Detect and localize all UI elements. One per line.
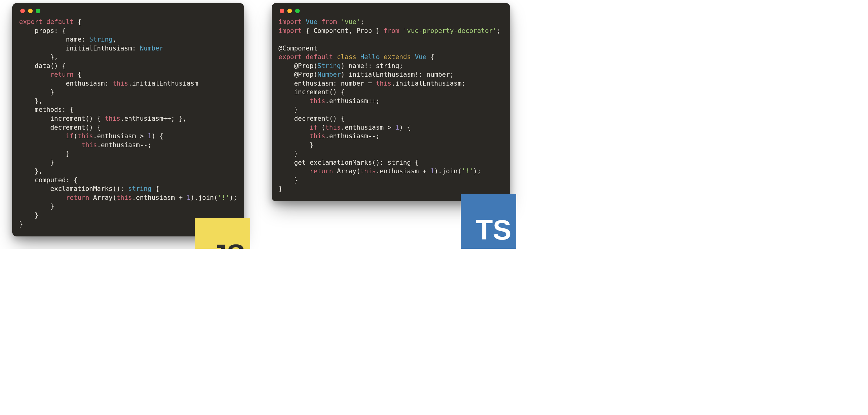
code-token: }	[19, 202, 54, 210]
code-token: default	[306, 53, 333, 61]
code-token: 1	[395, 124, 399, 131]
code-token: 1	[430, 167, 434, 175]
zoom-icon[interactable]	[295, 9, 300, 13]
code-token: import	[278, 27, 302, 34]
code-token: { Component, Prop }	[302, 27, 384, 34]
code-token: }	[19, 150, 70, 157]
code-token: return	[50, 71, 73, 78]
code-block-js: export default { props: { name: String, …	[19, 18, 237, 228]
code-token: {	[152, 185, 159, 192]
code-token: ) initialEnthusiasm!: number;	[341, 71, 454, 78]
code-token: export	[19, 18, 42, 26]
code-token	[278, 132, 310, 140]
code-token: }	[19, 212, 38, 219]
code-token: '!'	[461, 167, 473, 175]
code-token	[380, 53, 384, 61]
code-token: Array(	[333, 167, 361, 175]
code-token: increment() {	[278, 88, 345, 96]
code-token: class	[337, 53, 356, 61]
code-token: String	[317, 62, 341, 70]
code-token: this	[325, 124, 341, 131]
code-token	[278, 97, 310, 105]
code-token: this	[81, 141, 97, 149]
code-token	[317, 18, 321, 26]
code-token: .enthusiasm++; },	[120, 115, 187, 122]
code-token: },	[19, 97, 42, 105]
close-icon[interactable]	[20, 9, 25, 13]
code-token: from	[383, 27, 399, 34]
code-token: },	[19, 53, 58, 61]
code-token: ).join(	[434, 167, 462, 175]
code-token	[19, 71, 50, 78]
code-token: 1	[148, 132, 152, 140]
code-token: Hello	[361, 53, 380, 61]
code-token: @Prop(	[278, 62, 317, 70]
code-token: },	[19, 167, 42, 175]
code-token: this	[361, 167, 376, 175]
code-token	[356, 53, 361, 61]
code-token: Array(	[89, 194, 117, 201]
code-token: default	[46, 18, 74, 26]
code-token: get exclamationMarks(): string {	[278, 159, 418, 166]
code-token: {	[73, 18, 81, 26]
code-token: this	[310, 132, 325, 140]
code-token: computed: {	[19, 177, 78, 184]
code-token	[411, 53, 415, 61]
code-token: .enthusiasm >	[341, 124, 395, 131]
code-token: {	[73, 71, 81, 78]
comparison-stage: export default { props: { name: String, …	[0, 0, 868, 249]
code-token	[302, 18, 306, 26]
code-token: decrement() {	[278, 115, 345, 122]
code-token: enthusiasm: number =	[278, 80, 376, 87]
code-token: 1	[187, 194, 191, 201]
close-icon[interactable]	[280, 9, 284, 13]
code-token: export	[278, 53, 302, 61]
code-token: Number	[317, 71, 341, 78]
minimize-icon[interactable]	[28, 9, 33, 13]
code-token: }	[278, 185, 282, 192]
code-token: exclamationMarks():	[19, 185, 128, 192]
code-token	[19, 132, 66, 140]
minimize-icon[interactable]	[287, 9, 292, 13]
code-token: String	[89, 36, 113, 43]
code-token: .enthusiasm++;	[325, 97, 380, 105]
right-column: import Vue from 'vue'; import { Componen…	[272, 3, 510, 201]
code-token: {	[427, 53, 434, 61]
code-token: initialEnthusiasm:	[19, 45, 140, 52]
code-token: name:	[19, 36, 89, 43]
code-token	[19, 141, 81, 149]
code-token: Vue	[415, 53, 427, 61]
code-token: props: {	[19, 27, 66, 34]
code-token: this	[376, 80, 392, 87]
code-token: );	[229, 194, 237, 201]
code-token: .initialEnthusiasm	[128, 80, 198, 87]
code-token: }	[19, 159, 54, 166]
code-token: this	[105, 115, 120, 122]
code-token: from	[321, 18, 337, 26]
code-token: }	[278, 150, 298, 157]
code-token: ;	[361, 18, 364, 26]
ts-badge: TS	[461, 194, 516, 249]
code-token: .initialEnthusiasm;	[392, 80, 465, 87]
zoom-icon[interactable]	[36, 9, 40, 13]
code-token: }	[19, 220, 23, 228]
code-token: decrement() {	[19, 124, 101, 131]
code-token: .enthusiasm >	[93, 132, 148, 140]
code-token	[337, 18, 341, 26]
code-token: .enthusiasm +	[132, 194, 187, 201]
code-token: }	[19, 88, 54, 96]
code-token: 'vue-property-decorator'	[403, 27, 497, 34]
code-token: this	[310, 97, 325, 105]
code-token	[399, 27, 403, 34]
code-token: if	[310, 124, 317, 131]
code-token: ) name!: string;	[341, 62, 403, 70]
code-token: }	[278, 106, 298, 113]
code-token	[333, 53, 337, 61]
code-token: }	[278, 177, 298, 184]
code-token: .enthusiasm +	[376, 167, 430, 175]
code-token	[19, 194, 66, 201]
code-token: return	[66, 194, 89, 201]
code-token: .enthusiasm--;	[325, 132, 380, 140]
code-token	[278, 167, 310, 175]
left-column: export default { props: { name: String, …	[12, 3, 244, 236]
